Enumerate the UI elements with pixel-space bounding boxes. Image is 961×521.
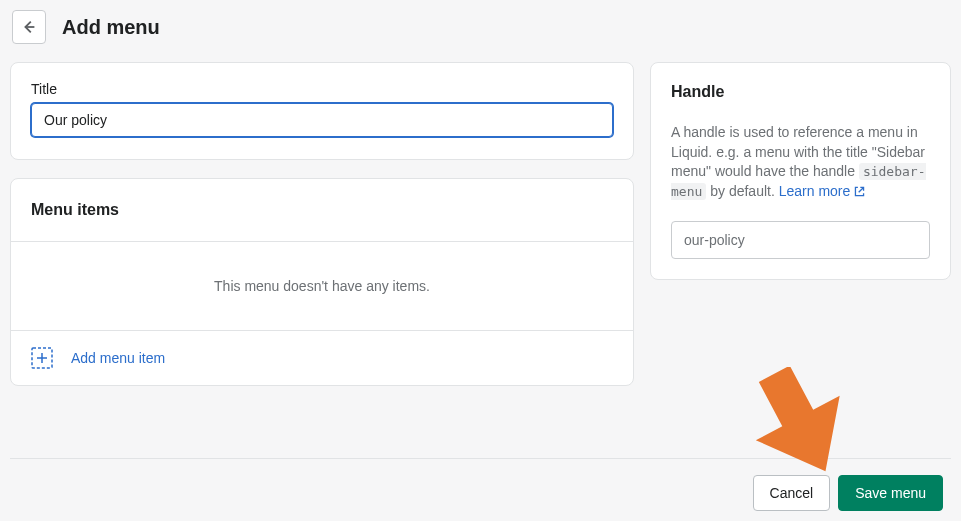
handle-card: Handle A handle is used to reference a m…: [650, 62, 951, 280]
footer-actions: Cancel Save menu: [10, 458, 951, 511]
page-header: Add menu: [10, 10, 951, 44]
cancel-button[interactable]: Cancel: [753, 475, 831, 511]
add-icon: [31, 347, 53, 369]
add-menu-item-label: Add menu item: [71, 350, 165, 366]
handle-input[interactable]: [671, 221, 930, 259]
back-button[interactable]: [12, 10, 46, 44]
menu-items-card: Menu items This menu doesn't have any it…: [10, 178, 634, 386]
title-label: Title: [31, 81, 613, 97]
handle-description: A handle is used to reference a menu in …: [671, 123, 930, 201]
external-link-icon: [853, 185, 866, 198]
handle-heading: Handle: [671, 83, 930, 101]
page-title: Add menu: [62, 16, 160, 39]
save-menu-button[interactable]: Save menu: [838, 475, 943, 511]
menu-items-heading: Menu items: [11, 179, 633, 242]
title-input[interactable]: [31, 103, 613, 137]
empty-menu-message: This menu doesn't have any items.: [11, 242, 633, 331]
add-menu-item-button[interactable]: Add menu item: [11, 331, 633, 385]
learn-more-link[interactable]: Learn more: [779, 182, 867, 202]
arrow-left-icon: [20, 18, 38, 36]
title-card: Title: [10, 62, 634, 160]
